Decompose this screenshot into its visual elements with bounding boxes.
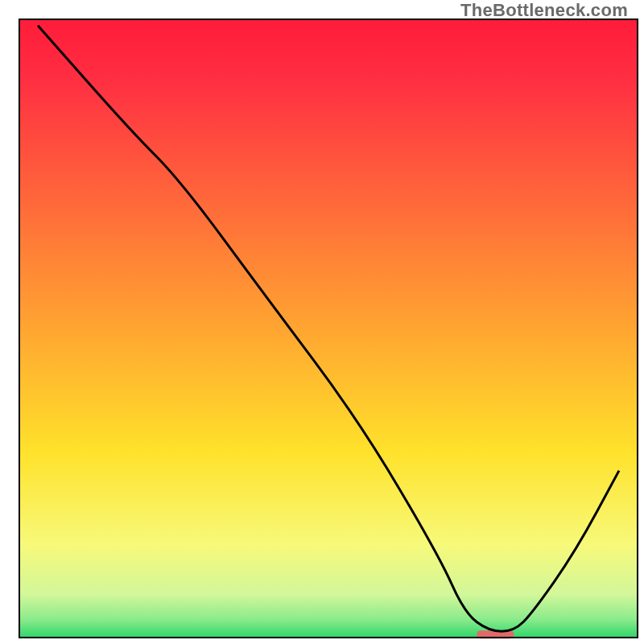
watermark-text: TheBottleneck.com xyxy=(460,0,628,21)
plot-area xyxy=(19,19,638,638)
chart-container: TheBottleneck.com xyxy=(0,0,644,644)
bottleneck-chart xyxy=(0,0,644,644)
gradient-background xyxy=(19,19,638,638)
